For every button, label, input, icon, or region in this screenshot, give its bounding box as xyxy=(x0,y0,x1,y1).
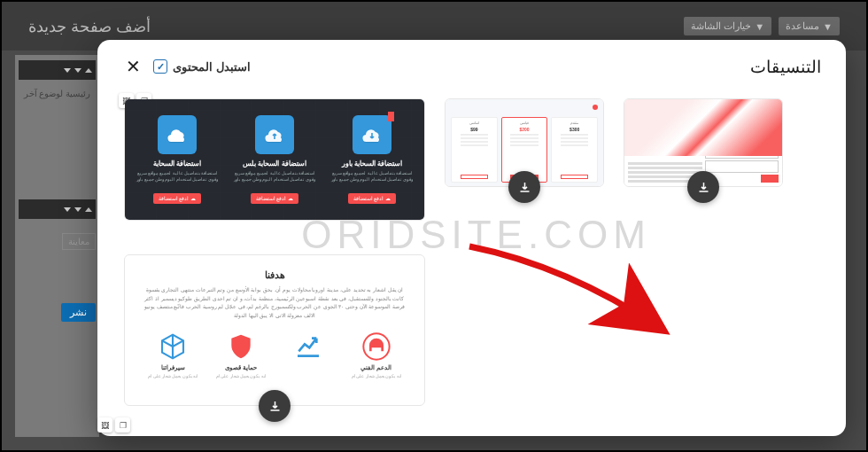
goals-paragraph: ان يقل اشعار به تحديد على، مدينة اوروبا … xyxy=(143,286,407,320)
image-icon[interactable]: 🖼 xyxy=(97,417,112,433)
download-icon[interactable] xyxy=(508,171,540,203)
shield-icon xyxy=(227,332,255,361)
close-icon[interactable]: ✕ xyxy=(122,52,144,81)
cloud-download-icon xyxy=(353,115,391,154)
layout-thumb-pricing[interactable]: متقدم$300 قياسي$200 اساسي$99 xyxy=(445,98,604,187)
replace-content-checkbox[interactable]: استبدل المحتوى ✓ xyxy=(153,59,251,74)
layout-thumb-contact[interactable] xyxy=(624,98,783,187)
cloud-icon xyxy=(158,115,197,154)
goals-title: هدفنا xyxy=(143,269,407,281)
layouts-gallery: متقدم$300 قياسي$200 اساسي$99 ❐ 🖼 xyxy=(124,98,819,221)
check-icon: ✓ xyxy=(153,59,167,74)
thumb-corner-icons: ❐ 🖼 xyxy=(97,417,130,433)
layout-thumb-goals[interactable]: هدفنا ان يقل اشعار به تحديد على، مدينة ا… xyxy=(124,254,425,406)
chart-up-icon xyxy=(294,332,322,361)
preview-button[interactable]: معاينة xyxy=(62,233,96,250)
placeholder-block: رئيسية لوضوع آخر xyxy=(19,85,96,102)
map-preview xyxy=(624,99,782,156)
editor-side-column: رئيسية لوضوع آخر معاينة نشر xyxy=(15,55,99,437)
publish-button[interactable]: نشر xyxy=(61,303,96,322)
modal-title: التنسيقات xyxy=(750,57,821,77)
modal-header: التنسيقات استبدل المحتوى ✓ ✕ xyxy=(97,40,846,90)
modal-body: متقدم$300 قياسي$200 اساسي$99 ❐ 🖼 xyxy=(97,90,846,436)
screen-options-dropdown[interactable]: ▼خيارات الشاشة xyxy=(684,17,771,35)
help-dropdown[interactable]: ▼مساعدة xyxy=(779,17,840,35)
cube-icon xyxy=(159,332,187,361)
download-icon[interactable] xyxy=(687,171,719,203)
headset-icon xyxy=(362,332,391,361)
layout-thumb-hosting[interactable]: ❐ 🖼 استضافة السحابة باور استضافة بتفاصيل… xyxy=(124,98,425,221)
duplicate-icon[interactable]: ❐ xyxy=(115,417,130,433)
cloud-upload-icon xyxy=(255,115,294,154)
download-icon[interactable] xyxy=(259,390,291,422)
page-title: أضف صفحة جديدة xyxy=(28,17,151,36)
layouts-modal: التنسيقات استبدل المحتوى ✓ ✕ xyxy=(97,40,846,436)
